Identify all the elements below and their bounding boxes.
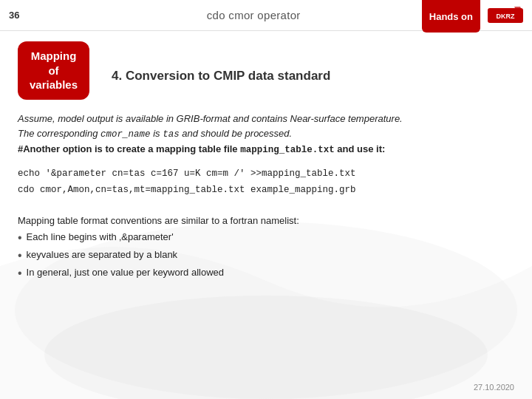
top-section: Mapping of variables 4. Conversion to CM…: [18, 31, 514, 100]
svg-point-1: [44, 296, 488, 399]
slide: 36 cdo cmor operator DKRZ Hands on Mappi…: [0, 0, 532, 399]
bullet-text-2: keyvalues are separated by a blank: [27, 247, 178, 263]
section-label: Mapping of variables: [18, 41, 89, 100]
bullet-item-1: • Each line begins with ‚&parameter': [18, 229, 514, 247]
bullet-item-2: • keyvalues are separated by a blank: [18, 247, 514, 265]
bottom-intro: Mapping table format conventions are sim…: [18, 213, 514, 229]
code-line1: echo '&parameter cn=tas c=167 u=K cm=m /…: [18, 166, 514, 182]
bottom-section: Mapping table format conventions are sim…: [18, 213, 514, 282]
code-line2: cdo cmor,Amon,cn=tas,mt=mapping_table.tx…: [18, 183, 514, 198]
text-line1: Assume, model output is available in GRI…: [18, 112, 514, 127]
conversion-title: 4. Conversion to CMIP data standard: [104, 47, 330, 83]
bullet-item-3: • In general, just one value per keyword…: [18, 265, 514, 282]
hands-on-badge: Hands on: [422, 0, 480, 33]
code-block: echo '&parameter cn=tas c=167 u=K cm=m /…: [18, 166, 514, 198]
bullet-text-3: In general, just one value per keyword a…: [27, 265, 224, 281]
logo-area: DKRZ: [488, 5, 523, 26]
dkrz-logo: DKRZ: [488, 5, 523, 26]
bullet-text-1: Each line begins with ‚&parameter': [27, 229, 174, 245]
text-line3: #Another option is to create a mapping t…: [18, 142, 514, 157]
footer-date: 27.10.2020: [474, 383, 514, 392]
header-title: cdo cmor operator: [207, 9, 301, 21]
svg-text:DKRZ: DKRZ: [496, 13, 514, 20]
text-line2: The corresponding cmor_name is tas and s…: [18, 126, 514, 142]
main-text-block: Assume, model output is available in GRI…: [18, 112, 514, 158]
slide-number: 36: [9, 10, 19, 21]
content: Mapping of variables 4. Conversion to CM…: [0, 31, 532, 294]
